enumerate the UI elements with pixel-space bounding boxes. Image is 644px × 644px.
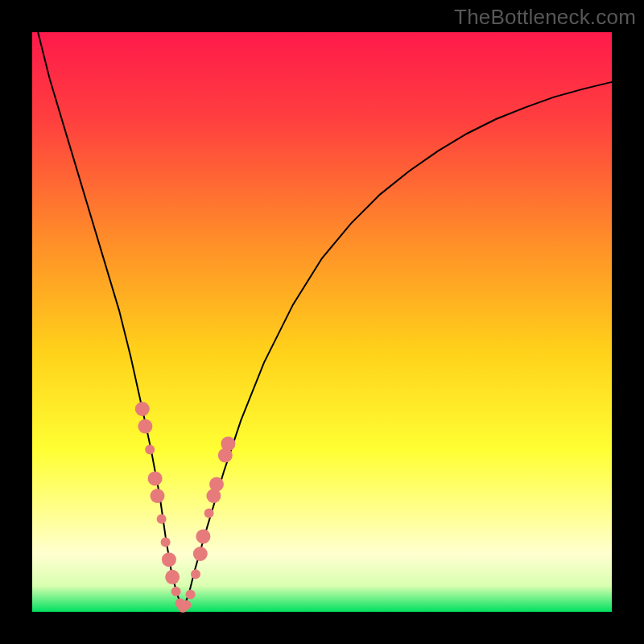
highlight-dot <box>182 600 192 609</box>
chart-svg <box>32 32 612 612</box>
highlight-dot <box>186 589 196 599</box>
highlight-dot <box>191 569 200 579</box>
highlight-dot <box>221 436 235 451</box>
highlight-dot <box>193 547 208 561</box>
highlight-dot <box>161 538 171 547</box>
highlight-dot <box>204 509 214 518</box>
highlight-dot <box>171 587 181 597</box>
highlight-dot <box>196 529 210 543</box>
highlight-dot <box>151 489 165 503</box>
highlight-dot <box>157 514 167 524</box>
highlight-dot <box>148 471 163 485</box>
highlight-dot <box>135 402 150 416</box>
highlight-dot <box>209 477 224 492</box>
highlight-dot <box>145 444 155 454</box>
watermark-text: TheBottleneck.com <box>454 5 636 30</box>
highlight-dot <box>165 570 180 584</box>
highlight-dot <box>138 419 152 434</box>
highlight-dot <box>162 552 176 567</box>
plot-background <box>32 32 612 612</box>
chart-frame: TheBottleneck.com <box>0 0 644 644</box>
